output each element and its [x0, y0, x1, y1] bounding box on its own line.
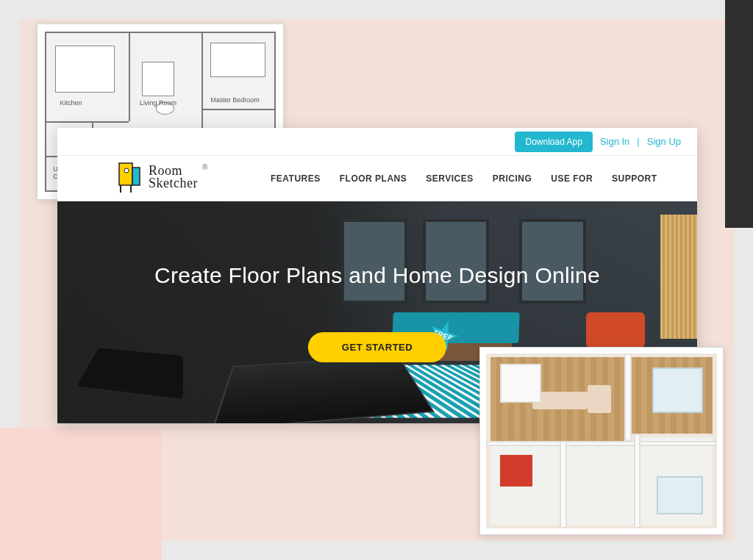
svg-rect-1 — [132, 168, 140, 185]
download-app-button[interactable]: Download App — [515, 132, 592, 152]
logo-icon — [116, 160, 144, 194]
label-kitchen: Kitchen — [60, 99, 82, 107]
floorplan-3d-canvas — [486, 353, 717, 528]
nav-features[interactable]: FEATURES — [271, 173, 321, 184]
hero-laptop — [212, 356, 435, 423]
nav-pricing[interactable]: PRICING — [493, 173, 532, 184]
navbar: Room Sketcher ® FEATURES FLOOR PLANS SER… — [57, 156, 697, 201]
nav-links: FEATURES FLOOR PLANS SERVICES PRICING US… — [271, 173, 657, 184]
get-started-button[interactable]: GET STARTED — [308, 332, 446, 362]
nav-services[interactable]: SERVICES — [426, 173, 473, 184]
logo[interactable]: Room Sketcher ® — [116, 160, 208, 194]
trademark-icon: ® — [202, 163, 208, 171]
label-living: Living Room — [140, 99, 176, 107]
nav-use-for[interactable]: USE FOR — [551, 173, 593, 184]
auth-separator: | — [637, 136, 639, 147]
svg-rect-0 — [119, 163, 132, 185]
floorplan-3d-card — [479, 347, 724, 535]
hero-title: Create Floor Plans and Home Design Onlin… — [57, 263, 697, 288]
topbar: Download App Sign In | Sign Up — [57, 128, 697, 156]
logo-text: Room Sketcher — [149, 165, 198, 190]
sign-in-link[interactable]: Sign In — [600, 136, 629, 147]
background-dark-block — [725, 0, 753, 228]
background-lightpink-block — [0, 428, 162, 560]
nav-support[interactable]: SUPPORT — [612, 173, 657, 184]
label-master: Master Bedroom — [210, 96, 260, 104]
sign-up-link[interactable]: Sign Up — [647, 136, 681, 147]
hero-tablet — [76, 348, 183, 399]
svg-point-2 — [124, 168, 129, 173]
nav-floor-plans[interactable]: FLOOR PLANS — [340, 173, 407, 184]
